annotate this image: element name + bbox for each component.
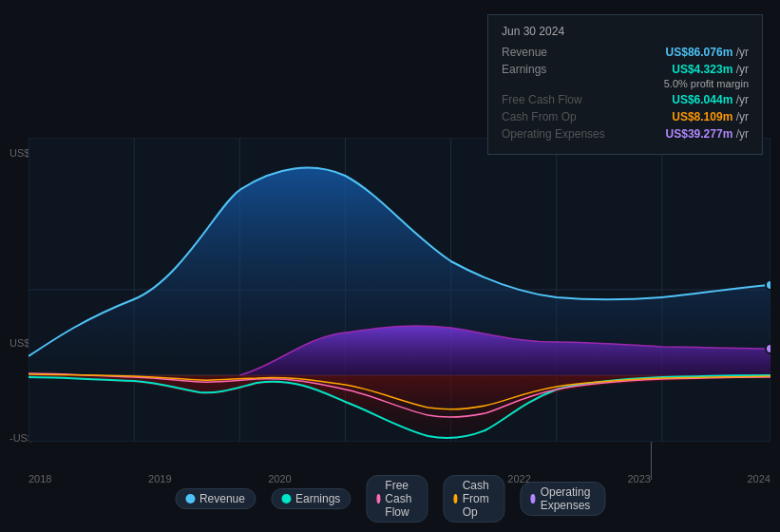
tooltip-earnings-value: US$4.323m /yr <box>672 63 749 76</box>
tooltip-earnings-row: Earnings US$4.323m /yr <box>502 63 749 76</box>
tooltip-revenue-row: Revenue US$86.076m /yr <box>502 46 749 59</box>
opex-dot <box>766 344 770 353</box>
tooltip-panel: Jun 30 2024 Revenue US$86.076m /yr Earni… <box>487 14 763 155</box>
tooltip-fcf-row: Free Cash Flow US$6.044m /yr <box>502 93 749 106</box>
legend-fcf-dot <box>376 494 380 504</box>
tooltip-cashop-label: Cash From Op <box>502 110 606 124</box>
tooltip-cashop-value: US$8.109m /yr <box>672 110 749 124</box>
chart-legend: Revenue Earnings Free Cash Flow Cash Fro… <box>175 475 605 522</box>
legend-cashop-label: Cash From Op <box>463 479 495 519</box>
x-label-2023: 2023 <box>627 473 650 484</box>
x-label-2024: 2024 <box>747 473 770 484</box>
x-label-2018: 2018 <box>29 473 51 484</box>
tooltip-fcf-label: Free Cash Flow <box>502 93 606 106</box>
tooltip-cashop-row: Cash From Op US$8.109m /yr <box>502 110 749 124</box>
tooltip-opex-row: Operating Expenses US$39.277m /yr <box>502 127 749 141</box>
legend-earnings-dot <box>281 494 291 504</box>
revenue-dot <box>766 280 770 290</box>
legend-opex-label: Operating Expenses <box>541 485 595 512</box>
legend-revenue[interactable]: Revenue <box>175 488 256 509</box>
tooltip-opex-value: US$39.277m /yr <box>666 127 749 141</box>
legend-fcf-label: Free Cash Flow <box>385 479 417 519</box>
x-label-2019: 2019 <box>148 473 171 484</box>
legend-fcf[interactable]: Free Cash Flow <box>366 475 428 522</box>
tooltip-opex-label: Operating Expenses <box>502 127 606 141</box>
legend-opex[interactable]: Operating Expenses <box>520 482 605 516</box>
legend-revenue-dot <box>185 494 195 504</box>
legend-cashop-dot <box>453 494 457 504</box>
tooltip-earnings-label: Earnings <box>502 63 606 76</box>
tooltip-profit-margin: 5.0% profit margin <box>502 78 749 89</box>
tooltip-revenue-label: Revenue <box>502 46 606 59</box>
legend-earnings[interactable]: Earnings <box>271 488 351 509</box>
legend-opex-dot <box>530 494 535 504</box>
chart-svg <box>29 138 770 442</box>
tooltip-date: Jun 30 2024 <box>502 25 749 38</box>
tooltip-revenue-value: US$86.076m /yr <box>666 46 749 59</box>
legend-earnings-label: Earnings <box>295 492 340 505</box>
tooltip-fcf-value: US$6.044m /yr <box>672 93 749 106</box>
legend-revenue-label: Revenue <box>200 492 245 505</box>
legend-cashop[interactable]: Cash From Op <box>443 475 504 522</box>
